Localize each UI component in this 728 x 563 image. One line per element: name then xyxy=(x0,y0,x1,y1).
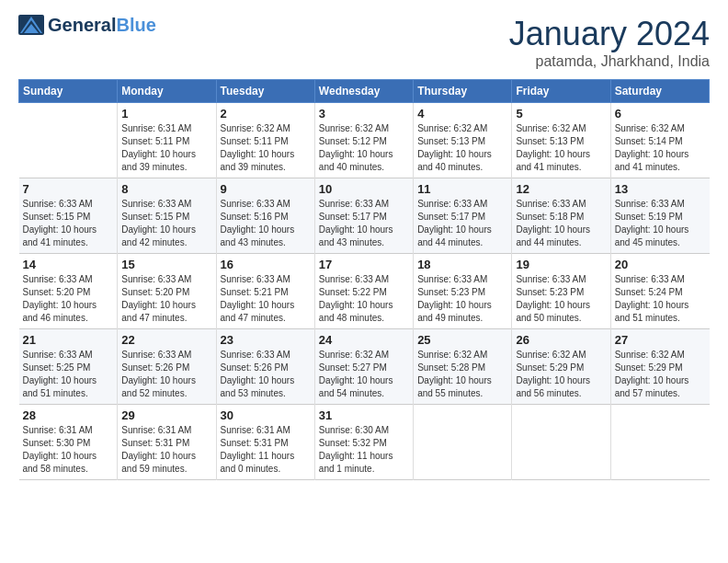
day-info: Sunrise: 6:32 AM Sunset: 5:29 PM Dayligh… xyxy=(516,349,606,400)
day-info: Sunrise: 6:33 AM Sunset: 5:23 PM Dayligh… xyxy=(417,273,507,325)
day-number: 25 xyxy=(417,333,507,347)
day-info: Sunrise: 6:32 AM Sunset: 5:29 PM Dayligh… xyxy=(615,349,706,400)
day-number: 6 xyxy=(615,107,706,121)
day-info: Sunrise: 6:32 AM Sunset: 5:14 PM Dayligh… xyxy=(615,122,706,174)
day-number: 10 xyxy=(319,182,409,196)
calendar-day: 29Sunrise: 6:31 AM Sunset: 5:31 PM Dayli… xyxy=(118,405,216,480)
day-info: Sunrise: 6:33 AM Sunset: 5:17 PM Dayligh… xyxy=(319,198,409,249)
day-number: 1 xyxy=(121,107,211,121)
col-tuesday: Tuesday xyxy=(216,80,314,103)
calendar-day xyxy=(610,405,709,480)
day-number: 19 xyxy=(516,258,606,271)
day-info: Sunrise: 6:33 AM Sunset: 5:25 PM Dayligh… xyxy=(23,349,114,400)
day-number: 21 xyxy=(23,333,114,347)
calendar-day: 14Sunrise: 6:33 AM Sunset: 5:20 PM Dayli… xyxy=(19,254,118,329)
day-number: 23 xyxy=(221,333,311,347)
day-number: 22 xyxy=(121,333,211,347)
day-info: Sunrise: 6:31 AM Sunset: 5:31 PM Dayligh… xyxy=(121,424,211,476)
calendar-day: 21Sunrise: 6:33 AM Sunset: 5:25 PM Dayli… xyxy=(19,329,118,405)
calendar-week-5: 28Sunrise: 6:31 AM Sunset: 5:30 PM Dayli… xyxy=(19,405,710,480)
day-number: 15 xyxy=(121,258,211,271)
day-number: 18 xyxy=(417,258,507,271)
day-number: 7 xyxy=(23,182,114,196)
calendar-day: 2Sunrise: 6:32 AM Sunset: 5:11 PM Daylig… xyxy=(216,103,314,178)
day-info: Sunrise: 6:33 AM Sunset: 5:20 PM Dayligh… xyxy=(121,273,211,325)
col-wednesday: Wednesday xyxy=(314,80,413,103)
day-number: 31 xyxy=(319,408,409,422)
calendar-week-2: 7Sunrise: 6:33 AM Sunset: 5:15 PM Daylig… xyxy=(19,178,710,254)
calendar-day: 5Sunrise: 6:32 AM Sunset: 5:13 PM Daylig… xyxy=(512,103,610,178)
calendar-day: 24Sunrise: 6:32 AM Sunset: 5:27 PM Dayli… xyxy=(314,329,413,405)
day-number: 2 xyxy=(221,107,311,121)
calendar-day: 23Sunrise: 6:33 AM Sunset: 5:26 PM Dayli… xyxy=(216,329,314,405)
day-info: Sunrise: 6:33 AM Sunset: 5:17 PM Dayligh… xyxy=(417,198,507,249)
calendar-day: 6Sunrise: 6:32 AM Sunset: 5:14 PM Daylig… xyxy=(610,103,709,178)
col-monday: Monday xyxy=(118,80,216,103)
header-row: Sunday Monday Tuesday Wednesday Thursday… xyxy=(19,80,710,103)
calendar-day: 12Sunrise: 6:33 AM Sunset: 5:18 PM Dayli… xyxy=(512,178,610,254)
calendar-day: 9Sunrise: 6:33 AM Sunset: 5:16 PM Daylig… xyxy=(216,178,314,254)
calendar-day: 8Sunrise: 6:33 AM Sunset: 5:15 PM Daylig… xyxy=(118,178,216,254)
calendar-day xyxy=(19,103,118,178)
calendar-table: Sunday Monday Tuesday Wednesday Thursday… xyxy=(18,79,710,480)
col-friday: Friday xyxy=(512,80,610,103)
calendar-day: 26Sunrise: 6:32 AM Sunset: 5:29 PM Dayli… xyxy=(512,329,610,405)
calendar-day: 15Sunrise: 6:33 AM Sunset: 5:20 PM Dayli… xyxy=(118,254,216,329)
page: GeneralBlue January 2024 patamda, Jharkh… xyxy=(0,0,728,489)
day-info: Sunrise: 6:33 AM Sunset: 5:15 PM Dayligh… xyxy=(121,198,211,249)
calendar-day: 19Sunrise: 6:33 AM Sunset: 5:23 PM Dayli… xyxy=(512,254,610,329)
day-number: 30 xyxy=(221,408,311,422)
day-number: 9 xyxy=(221,182,311,196)
calendar-day: 16Sunrise: 6:33 AM Sunset: 5:21 PM Dayli… xyxy=(216,254,314,329)
day-info: Sunrise: 6:32 AM Sunset: 5:13 PM Dayligh… xyxy=(516,122,606,174)
logo-general: General xyxy=(48,15,116,35)
day-number: 5 xyxy=(516,107,606,121)
calendar-day: 30Sunrise: 6:31 AM Sunset: 5:31 PM Dayli… xyxy=(216,405,314,480)
calendar-day: 28Sunrise: 6:31 AM Sunset: 5:30 PM Dayli… xyxy=(19,405,118,480)
day-number: 20 xyxy=(615,258,706,271)
day-info: Sunrise: 6:33 AM Sunset: 5:16 PM Dayligh… xyxy=(221,198,311,249)
col-thursday: Thursday xyxy=(414,80,512,103)
day-info: Sunrise: 6:33 AM Sunset: 5:20 PM Dayligh… xyxy=(23,273,114,325)
logo: GeneralBlue xyxy=(18,15,156,35)
day-number: 12 xyxy=(516,182,606,196)
day-number: 29 xyxy=(121,408,211,422)
calendar-header: Sunday Monday Tuesday Wednesday Thursday… xyxy=(19,80,710,103)
calendar-day: 27Sunrise: 6:32 AM Sunset: 5:29 PM Dayli… xyxy=(610,329,709,405)
day-info: Sunrise: 6:32 AM Sunset: 5:27 PM Dayligh… xyxy=(319,349,409,400)
calendar-week-3: 14Sunrise: 6:33 AM Sunset: 5:20 PM Dayli… xyxy=(19,254,710,329)
calendar-week-1: 1Sunrise: 6:31 AM Sunset: 5:11 PM Daylig… xyxy=(19,103,710,178)
calendar-day xyxy=(414,405,512,480)
calendar-day: 4Sunrise: 6:32 AM Sunset: 5:13 PM Daylig… xyxy=(414,103,512,178)
logo-blue: Blue xyxy=(116,15,155,35)
calendar-body: 1Sunrise: 6:31 AM Sunset: 5:11 PM Daylig… xyxy=(19,103,710,480)
calendar-day: 7Sunrise: 6:33 AM Sunset: 5:15 PM Daylig… xyxy=(19,178,118,254)
day-info: Sunrise: 6:31 AM Sunset: 5:11 PM Dayligh… xyxy=(121,122,211,174)
day-info: Sunrise: 6:33 AM Sunset: 5:22 PM Dayligh… xyxy=(319,273,409,325)
day-info: Sunrise: 6:33 AM Sunset: 5:24 PM Dayligh… xyxy=(615,273,706,325)
calendar-week-4: 21Sunrise: 6:33 AM Sunset: 5:25 PM Dayli… xyxy=(19,329,710,405)
day-number: 4 xyxy=(417,107,507,121)
calendar-day: 18Sunrise: 6:33 AM Sunset: 5:23 PM Dayli… xyxy=(414,254,512,329)
month-title: January 2024 xyxy=(509,15,710,53)
calendar-day xyxy=(512,405,610,480)
calendar-day: 17Sunrise: 6:33 AM Sunset: 5:22 PM Dayli… xyxy=(314,254,413,329)
day-info: Sunrise: 6:33 AM Sunset: 5:23 PM Dayligh… xyxy=(516,273,606,325)
day-number: 14 xyxy=(23,258,114,271)
calendar-day: 25Sunrise: 6:32 AM Sunset: 5:28 PM Dayli… xyxy=(414,329,512,405)
calendar-day: 22Sunrise: 6:33 AM Sunset: 5:26 PM Dayli… xyxy=(118,329,216,405)
col-saturday: Saturday xyxy=(610,80,709,103)
day-info: Sunrise: 6:31 AM Sunset: 5:30 PM Dayligh… xyxy=(23,424,114,476)
day-info: Sunrise: 6:33 AM Sunset: 5:21 PM Dayligh… xyxy=(221,273,311,325)
day-info: Sunrise: 6:33 AM Sunset: 5:26 PM Dayligh… xyxy=(221,349,311,400)
calendar-day: 3Sunrise: 6:32 AM Sunset: 5:12 PM Daylig… xyxy=(314,103,413,178)
day-number: 16 xyxy=(221,258,311,271)
day-info: Sunrise: 6:33 AM Sunset: 5:26 PM Dayligh… xyxy=(121,349,211,400)
day-number: 8 xyxy=(121,182,211,196)
header: GeneralBlue January 2024 patamda, Jharkh… xyxy=(18,15,710,70)
day-info: Sunrise: 6:32 AM Sunset: 5:13 PM Dayligh… xyxy=(417,122,507,174)
col-sunday: Sunday xyxy=(19,80,118,103)
day-number: 17 xyxy=(319,258,409,271)
day-info: Sunrise: 6:32 AM Sunset: 5:28 PM Dayligh… xyxy=(417,349,507,400)
calendar-day: 10Sunrise: 6:33 AM Sunset: 5:17 PM Dayli… xyxy=(314,178,413,254)
